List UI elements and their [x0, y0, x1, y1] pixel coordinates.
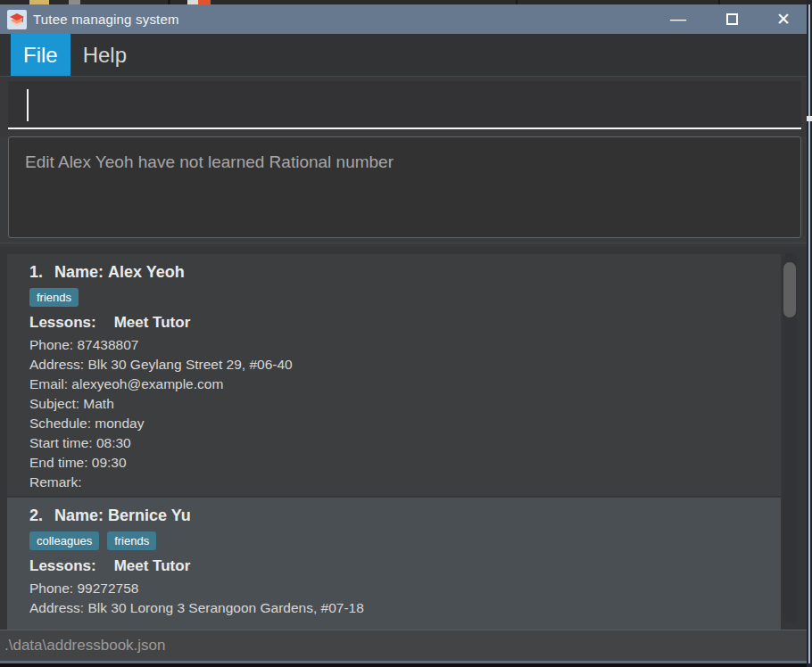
scrollbar-thumb[interactable]: [783, 262, 796, 317]
menu-file-label: File: [23, 43, 58, 68]
command-input[interactable]: [8, 81, 801, 129]
window-bottom-edge: [0, 661, 807, 663]
detail-phone: Phone: 87438807: [29, 335, 772, 355]
tag-row: colleagues friends: [29, 531, 772, 550]
person-name-line: 2. Name: Bernice Yu: [29, 506, 772, 525]
person-name: Bernice Yu: [108, 506, 191, 525]
close-button[interactable]: ✕: [768, 4, 799, 34]
detail-phone: Phone: 99272758: [29, 579, 772, 598]
person-details: Phone: 99272758 Address: Blk 30 Lorong 3…: [29, 579, 772, 618]
detail-end-time: End time: 09:30: [29, 453, 772, 473]
detail-address: Address: Blk 30 Lorong 3 Serangoon Garde…: [29, 598, 772, 618]
app-window: Tutee managing system — ✕ File Help Edit…: [0, 4, 807, 663]
tag-badge: colleagues: [29, 531, 99, 550]
lessons-label: Lessons:: [29, 557, 96, 574]
name-label: Name:: [54, 506, 104, 525]
lessons-line: Lessons:Meet Tutor: [29, 557, 772, 575]
result-text: Edit Alex Yeoh have not learned Rational…: [9, 137, 800, 187]
tag-badge: friends: [107, 531, 156, 550]
window-edge-line: [808, 4, 810, 663]
lessons-line: Lessons:Meet Tutor: [29, 314, 772, 332]
lessons-label: Lessons:: [29, 314, 96, 331]
app-icon: [7, 10, 27, 29]
menu-help-label: Help: [83, 43, 127, 68]
command-section: [0, 77, 807, 136]
background-fragment: [807, 116, 812, 121]
title-bar[interactable]: Tutee managing system — ✕: [0, 4, 807, 34]
detail-remark: Remark:: [29, 473, 772, 492]
menu-help[interactable]: Help: [70, 34, 139, 76]
menu-bar: File Help: [0, 34, 807, 77]
person-details: Phone: 87438807 Address: Blk 30 Geylang …: [29, 335, 772, 492]
window-title: Tutee managing system: [33, 12, 179, 27]
maximize-icon: [726, 13, 738, 25]
tag-row: friends: [29, 288, 772, 307]
person-name-line: 1. Name: Alex Yeoh: [29, 263, 772, 282]
detail-schedule: Schedule: monday: [29, 414, 772, 433]
detail-start-time: Start time: 08:30: [29, 433, 772, 453]
person-list-panel: 1. Name: Alex Yeoh friends Lessons:Meet …: [0, 247, 807, 630]
name-label: Name:: [54, 263, 104, 282]
status-file-path: .\data\addressbook.json: [4, 637, 166, 655]
tag-badge: friends: [29, 288, 79, 307]
close-icon: ✕: [776, 9, 791, 29]
section-divider: [0, 243, 807, 243]
graduation-cap-icon: [9, 12, 25, 28]
lessons-value: Meet Tutor: [114, 314, 191, 331]
lessons-value: Meet Tutor: [114, 557, 191, 574]
screen: Tutee managing system — ✕ File Help Edit…: [0, 0, 812, 667]
minimize-button[interactable]: —: [663, 4, 693, 34]
person-card-2[interactable]: 2. Name: Bernice Yu colleagues friends L…: [7, 498, 781, 630]
menu-file[interactable]: File: [11, 34, 70, 76]
person-name: Alex Yeoh: [108, 263, 185, 282]
list-scrollbar[interactable]: [783, 253, 797, 623]
detail-subject: Subject: Math: [29, 394, 772, 414]
detail-address: Address: Blk 30 Geylang Street 29, #06-4…: [29, 355, 772, 375]
maximize-button[interactable]: [717, 4, 747, 34]
person-index: 1.: [29, 263, 54, 282]
text-caret: [27, 89, 29, 121]
person-index: 2.: [29, 506, 54, 525]
result-display[interactable]: Edit Alex Yeoh have not learned Rational…: [8, 136, 801, 238]
detail-email: Email: alexyeoh@example.com: [29, 375, 772, 394]
status-bar: .\data\addressbook.json: [0, 630, 807, 661]
minimize-icon: —: [670, 10, 686, 29]
person-card-1[interactable]: 1. Name: Alex Yeoh friends Lessons:Meet …: [7, 254, 781, 496]
